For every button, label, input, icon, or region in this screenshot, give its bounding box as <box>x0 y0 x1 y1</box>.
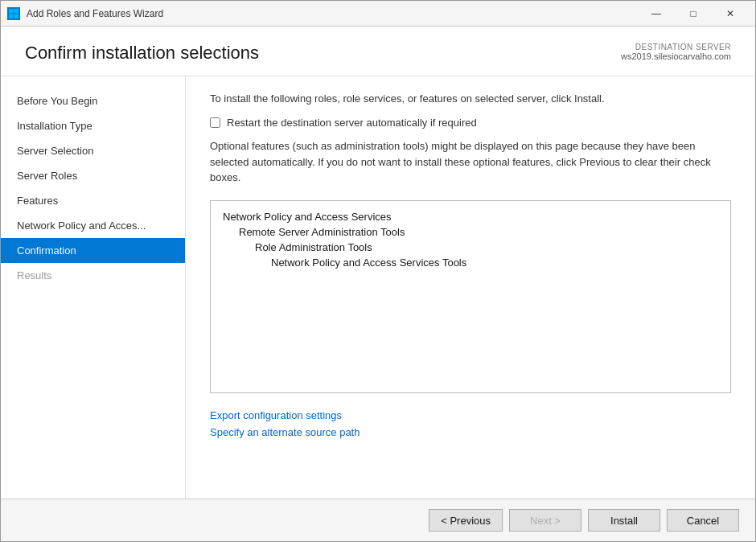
title-bar: Add Roles and Features Wizard — □ ✕ <box>1 1 755 27</box>
window-controls: — □ ✕ <box>638 1 749 27</box>
svg-rect-2 <box>9 14 14 18</box>
destination-server-name: ws2019.silesiocarvalho.com <box>621 51 731 61</box>
page-header: Confirm installation selections DESTINAT… <box>1 27 755 76</box>
minimize-button[interactable]: — <box>638 1 675 27</box>
features-box: Network Policy and Access Services Remot… <box>210 200 731 393</box>
restart-checkbox-row: Restart the destination server automatic… <box>210 117 731 129</box>
sidebar-item-server-roles[interactable]: Server Roles <box>1 163 185 188</box>
sidebar-item-before-you-begin[interactable]: Before You Begin <box>1 88 185 113</box>
destination-label: DESTINATION SERVER <box>621 43 731 51</box>
previous-button[interactable]: < Previous <box>429 509 503 532</box>
install-button[interactable]: Install <box>588 509 660 532</box>
wizard-window: Add Roles and Features Wizard — □ ✕ Conf… <box>0 0 756 542</box>
svg-rect-0 <box>9 9 14 14</box>
feature-item-1: Remote Server Administration Tools <box>223 224 718 240</box>
main-content: Confirm installation selections DESTINAT… <box>1 27 755 499</box>
svg-rect-3 <box>14 14 19 18</box>
restart-checkbox[interactable] <box>210 117 220 128</box>
optional-text: Optional features (such as administratio… <box>210 138 731 186</box>
feature-item-3: Network Policy and Access Services Tools <box>223 255 718 270</box>
next-button[interactable]: Next > <box>509 509 581 532</box>
instruction-text: To install the following roles, role ser… <box>210 92 731 105</box>
sidebar-item-installation-type[interactable]: Installation Type <box>1 113 185 138</box>
feature-item-2: Role Administration Tools <box>223 240 718 255</box>
svg-rect-1 <box>14 9 19 14</box>
destination-server-info: DESTINATION SERVER ws2019.silesiocarvalh… <box>621 43 731 61</box>
window-title: Add Roles and Features Wizard <box>27 8 638 19</box>
page-title: Confirm installation selections <box>25 43 259 64</box>
wizard-footer: < Previous Next > Install Cancel <box>1 499 755 541</box>
maximize-button[interactable]: □ <box>675 1 712 27</box>
wizard-body: Before You Begin Installation Type Serve… <box>1 76 755 499</box>
sidebar-item-network-policy[interactable]: Network Policy and Acces... <box>1 213 185 238</box>
export-config-link[interactable]: Export configuration settings <box>210 409 731 421</box>
cancel-button[interactable]: Cancel <box>667 509 739 532</box>
feature-item-0: Network Policy and Access Services <box>223 209 718 224</box>
close-button[interactable]: ✕ <box>712 1 749 27</box>
alternate-source-link[interactable]: Specify an alternate source path <box>210 426 731 438</box>
app-icon <box>7 7 20 20</box>
content-panel: To install the following roles, role ser… <box>186 76 755 499</box>
sidebar-item-confirmation[interactable]: Confirmation <box>1 238 185 263</box>
sidebar-item-features[interactable]: Features <box>1 188 185 213</box>
restart-checkbox-label[interactable]: Restart the destination server automatic… <box>227 117 477 129</box>
sidebar: Before You Begin Installation Type Serve… <box>1 76 186 499</box>
sidebar-item-server-selection[interactable]: Server Selection <box>1 138 185 163</box>
sidebar-item-results: Results <box>1 263 185 288</box>
